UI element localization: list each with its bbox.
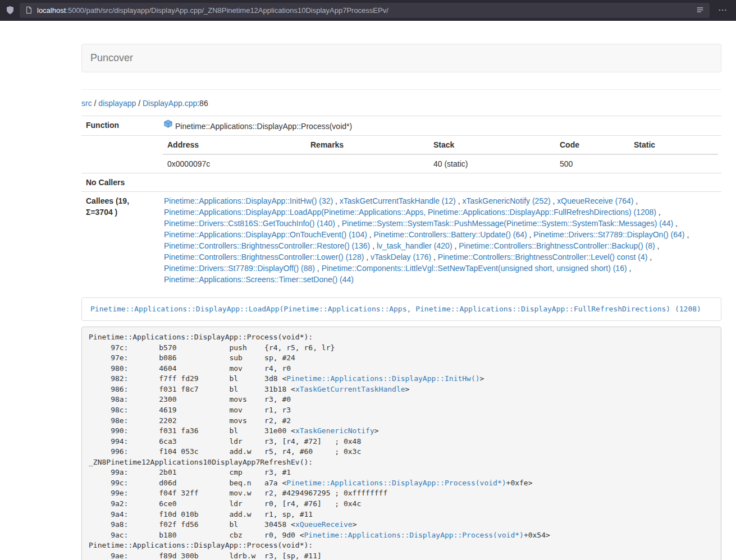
value-remarks: [306, 154, 429, 173]
function-row: Function Pinetime::Applications::Display…: [81, 116, 721, 136]
col-address: Address: [163, 136, 306, 154]
callee-link[interactable]: Pinetime::Controllers::BrightnessControl…: [459, 241, 655, 250]
breadcrumb-line-number: :86: [197, 99, 208, 108]
page-icon[interactable]: [25, 6, 33, 14]
overflow-menu-button[interactable]: ⋯: [715, 6, 730, 15]
callee-separator: ,: [633, 196, 638, 205]
function-cell: Pinetime::Applications::DisplayApp::Proc…: [159, 116, 721, 136]
callee-link[interactable]: Pinetime::Components::LittleVgl::SetNewT…: [322, 264, 627, 273]
page-container: Puncover src / displayapp / DisplayApp.c…: [81, 21, 721, 560]
symbol-highlight-box: Pinetime::Applications::DisplayApp::Load…: [81, 297, 721, 321]
code-symbol-link[interactable]: xTaskGetCurrentTaskHandle: [295, 385, 405, 393]
callee-link[interactable]: vTaskDelay (176): [371, 253, 431, 261]
col-static: Static: [629, 136, 718, 154]
callee-separator: ,: [551, 196, 557, 205]
callee-link[interactable]: Pinetime::System::SystemTask::PushMessag…: [342, 219, 674, 228]
callee-link[interactable]: Pinetime::Controllers::BrightnessControl…: [164, 241, 370, 250]
callee-separator: ,: [315, 264, 322, 273]
reader-mode-icon[interactable]: [696, 6, 704, 14]
callee-separator: ,: [656, 208, 661, 217]
navbar: Puncover: [81, 44, 721, 72]
callee-link[interactable]: Pinetime::Drivers::Cst816S::GetTouchInfo…: [164, 219, 335, 228]
shield-icon[interactable]: [6, 6, 15, 15]
callee-link[interactable]: lv_task_handler (420): [377, 241, 452, 250]
callee-separator: ,: [452, 241, 459, 250]
callee-separator: ,: [333, 196, 340, 205]
callee-link[interactable]: Pinetime::Controllers::Battery::Update()…: [374, 230, 527, 239]
breadcrumb-link-src[interactable]: src: [81, 99, 92, 108]
brand[interactable]: Puncover: [90, 52, 133, 64]
code-symbol-link[interactable]: Pinetime::Applications::DisplayApp::Proc…: [286, 479, 506, 487]
no-callers-row: No Callers: [81, 173, 721, 192]
callee-link[interactable]: Pinetime::Applications::DisplayApp::OnTo…: [164, 230, 367, 239]
breadcrumb: src / displayapp / DisplayApp.cpp:86: [81, 98, 721, 109]
code-symbol-link[interactable]: Pinetime::Applications::DisplayApp::Init…: [286, 374, 479, 383]
url-host: localhost: [37, 6, 66, 15]
stats-cell: Address Remarks Stack Code Static 0x0000…: [159, 136, 721, 173]
callee-link[interactable]: Pinetime::Controllers::BrightnessControl…: [164, 253, 364, 261]
callee-separator: ,: [364, 253, 371, 261]
stats-table: Address Remarks Stack Code Static 0x0000…: [163, 136, 718, 173]
callee-separator: ,: [456, 196, 463, 205]
breadcrumb-separator: /: [94, 99, 97, 108]
callee-link[interactable]: xTaskGenericNotify (252): [462, 196, 550, 205]
browser-chrome: localhost:5000/path/src/displayapp/Displ…: [0, 0, 736, 21]
callee-separator: ,: [335, 219, 342, 228]
callee-link[interactable]: Pinetime::Drivers::St7789::DisplayOn() (…: [533, 230, 684, 239]
breadcrumb-separator: /: [138, 99, 140, 108]
url-path: :5000/path/src/displayapp/DisplayApp.cpp…: [66, 6, 388, 15]
url-bar[interactable]: localhost:5000/path/src/displayapp/Displ…: [20, 3, 710, 18]
breadcrumb-link-displayapp[interactable]: displayapp: [98, 99, 136, 108]
row-label-callees: Callees (19, Σ=3704 ): [81, 192, 159, 289]
stats-row: Address Remarks Stack Code Static 0x0000…: [81, 136, 721, 173]
value-static: [629, 154, 718, 173]
code-symbol-link[interactable]: Pinetime::Applications::DisplayApp::Proc…: [304, 531, 524, 539]
callee-separator: ,: [367, 230, 374, 239]
function-table: Function Pinetime::Applications::Display…: [81, 116, 721, 288]
value-address: 0x0000097c: [163, 154, 306, 173]
no-callers-cell: [159, 173, 721, 192]
callee-link[interactable]: Pinetime::Drivers::St7789::DisplayOff() …: [164, 264, 315, 273]
callee-link[interactable]: Pinetime::Controllers::BrightnessControl…: [438, 253, 647, 261]
callee-link[interactable]: Pinetime::Applications::DisplayApp::Init…: [164, 196, 333, 205]
code-symbol-link[interactable]: xQueueReceive: [295, 520, 353, 529]
row-label-empty: [81, 136, 159, 173]
callee-separator: ,: [647, 253, 652, 261]
callees-cell: Pinetime::Applications::DisplayApp::Init…: [159, 192, 721, 289]
col-code: Code: [555, 136, 629, 154]
row-label-no-callers: No Callers: [81, 173, 159, 192]
callee-link[interactable]: xQueueReceive (764): [557, 196, 633, 205]
value-stack: 40 (static): [429, 154, 555, 173]
symbol-highlight-link[interactable]: Pinetime::Applications::DisplayApp::Load…: [90, 305, 701, 313]
callee-separator: ,: [527, 230, 534, 239]
function-name: Pinetime::Applications::DisplayApp::Proc…: [175, 122, 352, 131]
callee-separator: ,: [627, 264, 632, 273]
url-text[interactable]: localhost:5000/path/src/displayapp/Displ…: [37, 6, 692, 15]
value-code: 500: [555, 154, 629, 173]
callee-separator: ,: [431, 253, 438, 261]
disassembly: Pinetime::Applications::DisplayApp::Proc…: [81, 327, 721, 560]
stats-values-row: 0x0000097c 40 (static) 500: [163, 154, 718, 173]
col-stack: Stack: [429, 136, 555, 154]
callee-separator: ,: [673, 219, 678, 228]
row-label-function: Function: [81, 116, 159, 136]
divider: [81, 89, 721, 90]
callee-separator: ,: [370, 241, 377, 250]
breadcrumb-link-file[interactable]: DisplayApp.cpp: [143, 99, 197, 108]
col-remarks: Remarks: [306, 136, 429, 154]
callee-separator: ,: [685, 230, 689, 239]
callee-link[interactable]: Pinetime::Applications::DisplayApp::Load…: [164, 208, 656, 217]
code-symbol-link[interactable]: xTaskGenericNotify: [295, 426, 374, 435]
function-icon: [164, 120, 172, 131]
callee-link[interactable]: Pinetime::Applications::Screens::Timer::…: [164, 275, 354, 284]
callee-link[interactable]: xTaskGetCurrentTaskHandle (12): [340, 196, 456, 205]
callees-row: Callees (19, Σ=3704 ) Pinetime::Applicat…: [81, 192, 721, 289]
callee-separator: ,: [655, 241, 660, 250]
